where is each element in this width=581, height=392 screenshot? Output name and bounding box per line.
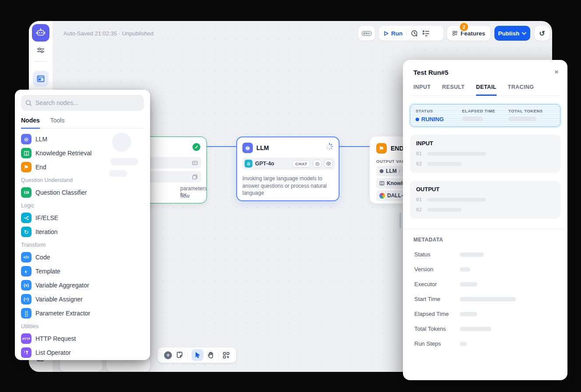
node-item-end[interactable]: ⚑ End (21, 160, 144, 174)
organize-nodes-button[interactable] (223, 352, 230, 359)
add-node-button[interactable]: + (164, 351, 172, 359)
input-card: INPUT 01 02 (410, 135, 560, 173)
panel-title: Test Run#5 (410, 60, 560, 76)
node-search-panel: Search nodes... Nodes Tools ⊛ LLM Knowle… (15, 90, 150, 360)
node-item-parameter-extractor[interactable]: ⣿ Parameter Extractor (21, 306, 144, 320)
agent-badge-icon (313, 160, 322, 168)
run-history-clock-icon[interactable] (411, 30, 418, 37)
output-title: OUTPUT (416, 186, 554, 192)
branch-icon (21, 213, 32, 223)
checklist-icon[interactable] (422, 30, 430, 37)
autosave-status: Auto-Saved 21:02:35 · Unpublished (63, 30, 154, 37)
node-item-variable-aggregator[interactable]: {x} Variable Aggregator (21, 278, 144, 292)
short-text-field-icon (192, 160, 198, 166)
metadata-row: Run Steps (410, 340, 560, 347)
metadata-row: Status (410, 251, 560, 258)
code-icon: </> (21, 252, 32, 262)
node-item-iteration[interactable]: ↻ Iteration (21, 225, 144, 239)
node-item-llm[interactable]: ⊛ LLM (21, 132, 144, 146)
metadata-row: Executor (410, 281, 560, 287)
meta-label: Status (414, 251, 460, 258)
llm-icon: ⊛ (21, 134, 32, 144)
elapsed-time-skeleton (462, 117, 483, 121)
meta-skeleton (460, 327, 491, 331)
llm-model-selector[interactable]: ⊛ GPT-4o CHAT (242, 158, 335, 170)
search-placeholder: Search nodes... (35, 99, 78, 106)
meta-skeleton (460, 342, 467, 346)
chat-mode-badge: CHAT (292, 160, 310, 168)
add-note-button[interactable] (176, 351, 183, 359)
features-button[interactable]: Features (447, 26, 490, 41)
tab-tools[interactable]: Tools (50, 117, 65, 128)
node-item-variable-assigner[interactable]: {=} Variable Assigner (21, 292, 144, 306)
metadata-title: METADATA (410, 229, 560, 243)
filter-icon (21, 347, 32, 358)
skeleton-line (427, 152, 486, 156)
tab-result[interactable]: RESULT (442, 84, 465, 95)
tab-input[interactable]: INPUT (413, 84, 431, 95)
close-icon[interactable]: × (554, 68, 559, 77)
status-value: RUNING (421, 116, 444, 122)
tab-detail[interactable]: DETAIL (476, 84, 497, 96)
node-item-http-request[interactable]: HTTP HTTP Request (21, 332, 144, 346)
node-panel-tabs: Nodes Tools (21, 117, 144, 129)
tab-nodes[interactable]: Nodes (21, 117, 40, 129)
meta-label: Run Steps (414, 340, 460, 347)
sidebar-divider (34, 61, 47, 62)
meta-skeleton (460, 252, 484, 257)
env-icon: ENV (362, 31, 371, 36)
skeleton-line (427, 198, 486, 202)
end-node-title: END (391, 145, 404, 152)
variable-name: LLM (386, 168, 397, 174)
model-name: GPT-4o (255, 161, 290, 167)
node-item-template[interactable]: ◐ Template (21, 264, 144, 278)
edge-llm-end (340, 146, 370, 147)
status-label: STATUS (416, 108, 462, 113)
hand-tool-button[interactable] (207, 351, 214, 359)
line-number: 01 (416, 197, 422, 203)
elapsed-time-label: ELAPSED TIME (462, 108, 508, 113)
section-transform: Transform (21, 239, 144, 250)
canvas-tools-bar: + (158, 347, 236, 363)
dalle-icon (379, 193, 385, 199)
workflow-settings-icon[interactable] (36, 46, 46, 55)
metadata-row: Version (410, 266, 560, 273)
node-search-input[interactable]: Search nodes... (21, 95, 144, 111)
node-item-code[interactable]: </> Code (21, 250, 144, 264)
book-icon (21, 148, 32, 158)
llm-node-title: LLM (256, 144, 269, 151)
tab-tracing[interactable]: TRACING (508, 84, 534, 95)
preview-window-icon[interactable] (33, 71, 49, 87)
env-button[interactable]: ENV (358, 26, 375, 41)
meta-label: Start Time (414, 296, 460, 302)
version-history-button[interactable]: ↺ (535, 26, 550, 41)
section-logic: Logic (21, 200, 144, 211)
llm-node-description: Invoking large language models to answer… (242, 175, 336, 197)
input-title: INPUT (416, 140, 554, 147)
node-item-knowledge-retrieval[interactable]: Knowledge Retrieval (21, 146, 144, 160)
meta-skeleton (460, 267, 470, 272)
meta-label: Version (414, 266, 460, 273)
meta-label: Elapsed Time (414, 311, 460, 317)
run-button[interactable]: Run (383, 30, 402, 37)
node-item-question-classifier[interactable]: Question Classifier (21, 186, 144, 200)
node-item-list-operator[interactable]: List Operator (21, 346, 144, 360)
metadata-row: Elapsed Time (410, 311, 560, 317)
metadata-row: Total Tokens (410, 326, 560, 332)
skeleton-line (427, 162, 462, 166)
llm-node[interactable]: ⊛ LLM ⊛ GPT-4o CHAT Invok (236, 136, 340, 201)
variable-x-icon: {x} (21, 280, 32, 290)
canvas-scroll-indicator[interactable] (399, 213, 401, 228)
publish-button[interactable]: Publish (494, 26, 530, 41)
running-dot (416, 118, 419, 121)
run-toolbar-group: Run (379, 26, 444, 41)
pointer-tool-button[interactable] (192, 349, 203, 361)
app-logo-robot-icon[interactable] (32, 24, 49, 42)
node-item-if-else[interactable]: IF/ELSE (21, 211, 144, 225)
search-icon (25, 100, 32, 106)
cursor-icon (195, 352, 201, 358)
meta-label: Executor (414, 281, 460, 287)
slash: / (399, 168, 400, 174)
vision-badge-icon (324, 160, 333, 168)
history-icon: ↺ (539, 29, 545, 38)
